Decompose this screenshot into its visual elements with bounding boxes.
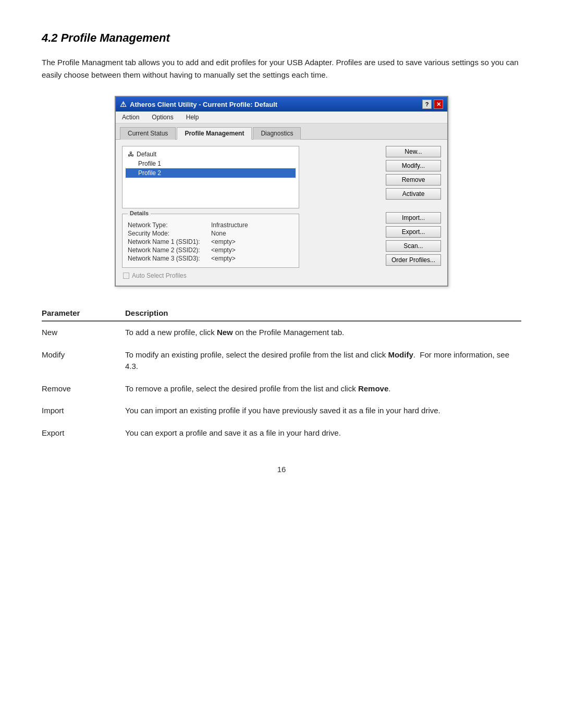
menu-action[interactable]: Action <box>120 113 141 121</box>
titlebar-icon: ⚠ <box>120 100 127 108</box>
profile-1-label: Profile 1 <box>128 160 161 167</box>
param-export: Export <box>42 422 125 445</box>
window-title: Atheros Client Utility - Current Profile… <box>130 101 277 108</box>
scan-button[interactable]: Scan... <box>386 240 441 252</box>
application-window: ⚠ Atheros Client Utility - Current Profi… <box>115 96 448 287</box>
detail-network-type-label: Network Type: <box>128 221 211 229</box>
window-content: 🖧 Default Profile 1 Profile 2 Details <box>116 140 447 286</box>
parameter-table: Parameter Description New To add a new p… <box>42 305 521 444</box>
details-section: Details Network Type: Infrastructure Sec… <box>122 214 299 268</box>
detail-network-type: Network Type: Infrastructure <box>128 221 293 229</box>
detail-ssid1-label: Network Name 1 (SSID1): <box>128 238 211 245</box>
col-header-description: Description <box>125 305 521 321</box>
tab-bar: Current Status Profile Management Diagno… <box>116 124 447 140</box>
param-remove: Remove <box>42 378 125 400</box>
detail-ssid3-value: <empty> <box>211 255 236 262</box>
detail-security-mode-value: None <box>211 230 226 237</box>
menu-bar: Action Options Help <box>116 112 447 124</box>
detail-ssid3: Network Name 3 (SSID3): <empty> <box>128 255 293 262</box>
profile-1[interactable]: Profile 1 <box>126 159 296 168</box>
page-number: 16 <box>42 465 521 474</box>
table-row: Modify To modify an existing profile, se… <box>42 344 521 378</box>
table-row: Import You can import an existing profil… <box>42 400 521 422</box>
profile-2[interactable]: Profile 2 <box>126 168 296 178</box>
new-button[interactable]: New... <box>386 146 441 157</box>
tab-current-status[interactable]: Current Status <box>120 127 176 140</box>
detail-network-type-value: Infrastructure <box>211 221 248 229</box>
desc-new: To add a new profile, click New on the P… <box>125 321 521 344</box>
details-legend: Details <box>128 210 151 216</box>
tab-profile-management[interactable]: Profile Management <box>177 127 252 140</box>
order-profiles-button[interactable]: Order Profiles... <box>386 254 441 266</box>
auto-select-label: Auto Select Profiles <box>132 272 187 279</box>
detail-ssid2-label: Network Name 2 (SSID2): <box>128 246 211 254</box>
detail-security-mode-label: Security Mode: <box>128 230 211 237</box>
section-heading: 4.2 Profile Management <box>42 31 521 45</box>
menu-options[interactable]: Options <box>150 113 175 121</box>
detail-ssid1: Network Name 1 (SSID1): <empty> <box>128 238 293 245</box>
col-header-parameter: Parameter <box>42 305 125 321</box>
profile-default-label: Default <box>137 151 156 158</box>
export-button[interactable]: Export... <box>386 226 441 238</box>
bold-new: New <box>217 328 233 337</box>
bottom-row: Auto Select Profiles <box>122 272 441 279</box>
window-titlebar: ⚠ Atheros Client Utility - Current Profi… <box>116 97 447 112</box>
detail-ssid2-value: <empty> <box>211 246 236 254</box>
remove-button[interactable]: Remove <box>386 174 441 186</box>
modify-button[interactable]: Modify... <box>386 160 441 171</box>
detail-ssid3-label: Network Name 3 (SSID3): <box>128 255 211 262</box>
close-button[interactable]: ✕ <box>434 100 443 109</box>
help-button[interactable]: ? <box>422 100 432 109</box>
titlebar-left: ⚠ Atheros Client Utility - Current Profi… <box>120 100 277 108</box>
intro-paragraph: The Profile Managment tab allows you to … <box>42 56 521 81</box>
table-row: Export You can export a profile and save… <box>42 422 521 445</box>
desc-modify: To modify an existing profile, select th… <box>125 344 521 378</box>
tab-diagnostics[interactable]: Diagnostics <box>253 127 301 140</box>
profile-default-icon: 🖧 <box>128 151 134 158</box>
desc-export: You can export a profile and save it as … <box>125 422 521 445</box>
import-button[interactable]: Import... <box>386 212 441 224</box>
detail-ssid1-value: <empty> <box>211 238 236 245</box>
profile-list[interactable]: 🖧 Default Profile 1 Profile 2 <box>122 146 299 208</box>
param-modify: Modify <box>42 344 125 378</box>
table-row: New To add a new profile, click New on t… <box>42 321 521 344</box>
top-buttons: New... Modify... Remove Activate <box>386 146 441 200</box>
table-header-row: Parameter Description <box>42 305 521 321</box>
param-new: New <box>42 321 125 344</box>
table-row: Remove To remove a profile, select the d… <box>42 378 521 400</box>
activate-button[interactable]: Activate <box>386 188 441 200</box>
titlebar-controls: ? ✕ <box>422 100 443 109</box>
menu-help[interactable]: Help <box>184 113 201 121</box>
detail-ssid2: Network Name 2 (SSID2): <empty> <box>128 246 293 254</box>
param-import: Import <box>42 400 125 422</box>
auto-select-profiles: Auto Select Profiles <box>123 272 187 279</box>
bold-modify: Modify <box>388 350 413 359</box>
profile-2-label: Profile 2 <box>128 169 161 177</box>
profile-default[interactable]: 🖧 Default <box>126 150 296 159</box>
detail-security-mode: Security Mode: None <box>128 230 293 237</box>
bottom-buttons: Import... Export... Scan... Order Profil… <box>386 212 441 266</box>
profile-panel: 🖧 Default Profile 1 Profile 2 Details <box>122 146 441 268</box>
desc-import: You can import an existing profile if yo… <box>125 400 521 422</box>
desc-remove: To remove a profile, select the desired … <box>125 378 521 400</box>
auto-select-checkbox[interactable] <box>123 273 129 279</box>
left-column: 🖧 Default Profile 1 Profile 2 Details <box>122 146 381 268</box>
bold-remove: Remove <box>358 384 388 393</box>
